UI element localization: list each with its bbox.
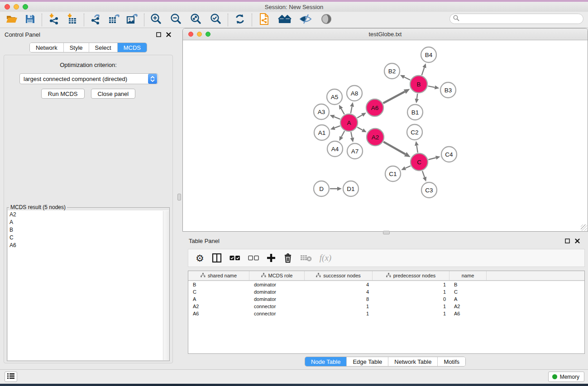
result-list-scrollbar[interactable] <box>163 211 169 360</box>
result-item[interactable]: A <box>8 219 169 226</box>
graph-node-A6[interactable]: A6 <box>366 99 383 116</box>
save-session-button[interactable] <box>23 13 37 27</box>
column-header-predecessor-nodes[interactable]: predecessor nodes <box>373 271 449 280</box>
tab-network[interactable]: Network <box>30 43 64 52</box>
zoom-fit-button[interactable] <box>189 13 203 27</box>
close-panel-icon[interactable] <box>574 237 581 244</box>
table-row[interactable]: Bdominator41B <box>188 281 584 288</box>
table-row[interactable]: Adominator80A <box>188 295 584 303</box>
graph-node-A7[interactable]: A7 <box>347 143 363 159</box>
network-overview-button[interactable] <box>277 13 292 27</box>
export-network-button[interactable] <box>89 13 103 27</box>
criterion-select[interactable]: largest connected component (directed) <box>19 73 158 84</box>
column-header-successor-nodes[interactable]: successor nodes <box>305 271 373 280</box>
apply-layout-button[interactable] <box>233 13 247 27</box>
table-row[interactable]: Cdominator41C <box>188 288 584 295</box>
graph-node-A4[interactable]: A4 <box>327 141 343 157</box>
result-item[interactable]: A2 <box>8 211 169 219</box>
table-settings-gear-icon[interactable]: ⚙ <box>196 253 204 263</box>
graph-edge-A-A1[interactable] <box>335 126 340 128</box>
graph-edge-A6-B[interactable] <box>383 92 405 104</box>
window-resize-grip[interactable] <box>581 224 587 231</box>
column-header-MCDS-role[interactable]: MCDS role <box>249 271 305 280</box>
select-all-icon[interactable] <box>229 255 240 261</box>
graph-node-D[interactable]: D <box>314 181 329 196</box>
add-column-icon[interactable] <box>267 253 276 262</box>
graph-node-A1[interactable]: A1 <box>314 125 330 140</box>
graph-edge-A-A2[interactable] <box>357 127 363 130</box>
show-hide-panels-button[interactable] <box>319 13 334 27</box>
graph-edge-A-A8[interactable] <box>351 107 352 114</box>
graph-edge-A-A7[interactable] <box>351 132 352 138</box>
close-panel-icon[interactable] <box>165 31 172 38</box>
graph-edge-C-C4[interactable] <box>428 157 436 159</box>
graph-node-C2[interactable]: C2 <box>407 124 422 140</box>
graph-edge-A-A4[interactable] <box>341 131 344 137</box>
search-input[interactable] <box>462 16 583 22</box>
task-history-button[interactable] <box>5 372 17 382</box>
mcds-result-list[interactable]: A2ABCA6 <box>8 210 169 360</box>
zoom-out-button[interactable] <box>169 13 183 27</box>
graph-node-B1[interactable]: B1 <box>407 105 423 120</box>
result-item[interactable]: B <box>8 226 169 234</box>
table-row[interactable]: A2connector11A2 <box>188 303 584 310</box>
tab-select[interactable]: Select <box>89 43 118 52</box>
tab-motifs[interactable]: Motifs <box>438 357 465 366</box>
export-table-button[interactable] <box>107 13 121 27</box>
zoom-selected-button[interactable] <box>209 13 223 27</box>
graph-node-C[interactable]: C <box>411 153 428 171</box>
import-table-button[interactable] <box>65 13 79 27</box>
result-item[interactable]: C <box>8 234 169 242</box>
float-panel-icon[interactable] <box>564 237 571 244</box>
network-canvas[interactable]: B4B2BB3A8A5A6A3B1AA1C2A2A4A7C4CC1DD1C3 <box>183 41 588 231</box>
graph-node-B2[interactable]: B2 <box>384 63 400 79</box>
tab-edge-table[interactable]: Edge Table <box>347 357 388 366</box>
node-table[interactable]: shared nameMCDS rolesuccessor nodesprede… <box>188 271 585 354</box>
graph-edge-A-A6[interactable] <box>357 115 362 118</box>
memory-button[interactable]: Memory <box>548 372 584 382</box>
graph-edge-C-C1[interactable] <box>405 166 410 168</box>
graph-node-C4[interactable]: C4 <box>441 147 457 162</box>
table-row[interactable]: A6connector11A6 <box>188 310 584 317</box>
open-session-button[interactable] <box>5 13 19 27</box>
graph-edge-B-B4[interactable] <box>422 67 425 75</box>
divider-grip[interactable] <box>177 194 181 200</box>
column-layout-icon[interactable] <box>212 253 222 263</box>
graph-node-A[interactable]: A <box>340 114 358 131</box>
graph-node-A5[interactable]: A5 <box>327 89 342 105</box>
divider-grip[interactable] <box>383 231 390 234</box>
vertical-split-divider[interactable] <box>177 28 182 369</box>
graph-edge-B-B2[interactable] <box>404 77 410 80</box>
import-network-button[interactable] <box>47 13 61 27</box>
graph-node-B[interactable]: B <box>410 76 427 93</box>
graph-node-D1[interactable]: D1 <box>343 181 359 196</box>
graph-edge-B-B1[interactable] <box>417 94 417 99</box>
close-panel-button[interactable]: Close panel <box>91 89 136 99</box>
deselect-all-icon[interactable] <box>248 255 259 261</box>
tab-mcds[interactable]: MCDS <box>118 43 147 52</box>
graph-edge-C-C3[interactable] <box>422 171 425 177</box>
graph-node-B4[interactable]: B4 <box>421 47 436 62</box>
run-mcds-button[interactable]: Run MCDS <box>41 89 85 99</box>
delete-column-icon[interactable] <box>283 253 292 263</box>
graph-node-A3[interactable]: A3 <box>314 104 329 119</box>
graph-edge-A-A5[interactable] <box>341 109 344 114</box>
graph-edge-A2-C[interactable] <box>383 142 405 154</box>
graph-node-A2[interactable]: A2 <box>367 129 384 146</box>
graph-node-C1[interactable]: C1 <box>385 166 401 181</box>
graph-node-A8[interactable]: A8 <box>347 86 362 101</box>
column-header-name[interactable]: name <box>449 271 487 280</box>
tab-network-table[interactable]: Network Table <box>388 357 438 366</box>
graph-node-B3[interactable]: B3 <box>440 82 456 98</box>
search-field[interactable] <box>449 14 583 24</box>
hide-toolbar-button[interactable] <box>298 13 313 27</box>
float-panel-icon[interactable] <box>155 31 162 38</box>
zoom-in-button[interactable] <box>149 13 163 27</box>
export-image-button[interactable] <box>125 13 139 27</box>
graph-edge-B-B3[interactable] <box>428 86 435 87</box>
column-header-shared-name[interactable]: shared name <box>188 271 249 280</box>
graph-edge-C-C2[interactable] <box>416 146 417 153</box>
result-item[interactable]: A6 <box>8 242 169 249</box>
graph-node-C3[interactable]: C3 <box>421 182 437 198</box>
graph-edge-A-A3[interactable] <box>334 117 340 119</box>
